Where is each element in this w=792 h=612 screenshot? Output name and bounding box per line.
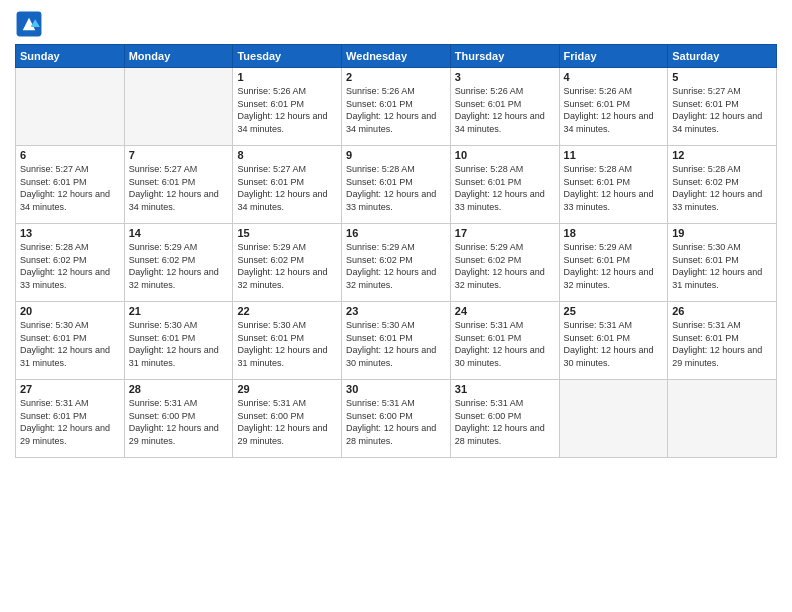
cell-info: Sunrise: 5:27 AM Sunset: 6:01 PM Dayligh… bbox=[20, 163, 120, 213]
sunrise-text: Sunrise: 5:27 AM bbox=[672, 85, 772, 98]
daylight-text: Daylight: 12 hours and 33 minutes. bbox=[564, 188, 664, 213]
cell-info: Sunrise: 5:31 AM Sunset: 6:00 PM Dayligh… bbox=[129, 397, 229, 447]
calendar-cell: 16 Sunrise: 5:29 AM Sunset: 6:02 PM Dayl… bbox=[342, 224, 451, 302]
sunrise-text: Sunrise: 5:30 AM bbox=[237, 319, 337, 332]
daylight-text: Daylight: 12 hours and 29 minutes. bbox=[129, 422, 229, 447]
day-number: 27 bbox=[20, 383, 120, 395]
sunrise-text: Sunrise: 5:31 AM bbox=[455, 397, 555, 410]
calendar-cell: 11 Sunrise: 5:28 AM Sunset: 6:01 PM Dayl… bbox=[559, 146, 668, 224]
daylight-text: Daylight: 12 hours and 34 minutes. bbox=[129, 188, 229, 213]
calendar-cell: 20 Sunrise: 5:30 AM Sunset: 6:01 PM Dayl… bbox=[16, 302, 125, 380]
cell-info: Sunrise: 5:29 AM Sunset: 6:01 PM Dayligh… bbox=[564, 241, 664, 291]
weekday-header-row: SundayMondayTuesdayWednesdayThursdayFrid… bbox=[16, 45, 777, 68]
calendar-page: SundayMondayTuesdayWednesdayThursdayFrid… bbox=[0, 0, 792, 612]
sunrise-text: Sunrise: 5:31 AM bbox=[455, 319, 555, 332]
sunset-text: Sunset: 6:00 PM bbox=[129, 410, 229, 423]
calendar-cell: 23 Sunrise: 5:30 AM Sunset: 6:01 PM Dayl… bbox=[342, 302, 451, 380]
daylight-text: Daylight: 12 hours and 34 minutes. bbox=[346, 110, 446, 135]
day-number: 2 bbox=[346, 71, 446, 83]
calendar-cell: 10 Sunrise: 5:28 AM Sunset: 6:01 PM Dayl… bbox=[450, 146, 559, 224]
sunset-text: Sunset: 6:01 PM bbox=[237, 98, 337, 111]
calendar-cell: 6 Sunrise: 5:27 AM Sunset: 6:01 PM Dayli… bbox=[16, 146, 125, 224]
sunrise-text: Sunrise: 5:27 AM bbox=[129, 163, 229, 176]
cell-info: Sunrise: 5:30 AM Sunset: 6:01 PM Dayligh… bbox=[237, 319, 337, 369]
sunset-text: Sunset: 6:02 PM bbox=[237, 254, 337, 267]
cell-info: Sunrise: 5:28 AM Sunset: 6:01 PM Dayligh… bbox=[564, 163, 664, 213]
sunset-text: Sunset: 6:01 PM bbox=[129, 176, 229, 189]
day-number: 16 bbox=[346, 227, 446, 239]
day-number: 1 bbox=[237, 71, 337, 83]
sunrise-text: Sunrise: 5:30 AM bbox=[346, 319, 446, 332]
calendar-cell: 30 Sunrise: 5:31 AM Sunset: 6:00 PM Dayl… bbox=[342, 380, 451, 458]
logo bbox=[15, 10, 47, 38]
day-number: 17 bbox=[455, 227, 555, 239]
sunrise-text: Sunrise: 5:28 AM bbox=[346, 163, 446, 176]
sunrise-text: Sunrise: 5:28 AM bbox=[672, 163, 772, 176]
sunrise-text: Sunrise: 5:27 AM bbox=[237, 163, 337, 176]
day-number: 28 bbox=[129, 383, 229, 395]
calendar-cell bbox=[16, 68, 125, 146]
daylight-text: Daylight: 12 hours and 34 minutes. bbox=[564, 110, 664, 135]
sunset-text: Sunset: 6:01 PM bbox=[564, 254, 664, 267]
day-number: 12 bbox=[672, 149, 772, 161]
sunset-text: Sunset: 6:01 PM bbox=[564, 176, 664, 189]
cell-info: Sunrise: 5:27 AM Sunset: 6:01 PM Dayligh… bbox=[129, 163, 229, 213]
daylight-text: Daylight: 12 hours and 34 minutes. bbox=[672, 110, 772, 135]
daylight-text: Daylight: 12 hours and 31 minutes. bbox=[237, 344, 337, 369]
calendar-cell: 18 Sunrise: 5:29 AM Sunset: 6:01 PM Dayl… bbox=[559, 224, 668, 302]
daylight-text: Daylight: 12 hours and 31 minutes. bbox=[672, 266, 772, 291]
sunrise-text: Sunrise: 5:29 AM bbox=[564, 241, 664, 254]
cell-info: Sunrise: 5:31 AM Sunset: 6:01 PM Dayligh… bbox=[672, 319, 772, 369]
sunrise-text: Sunrise: 5:28 AM bbox=[20, 241, 120, 254]
sunset-text: Sunset: 6:01 PM bbox=[455, 98, 555, 111]
cell-info: Sunrise: 5:31 AM Sunset: 6:00 PM Dayligh… bbox=[346, 397, 446, 447]
day-number: 4 bbox=[564, 71, 664, 83]
sunset-text: Sunset: 6:01 PM bbox=[237, 176, 337, 189]
calendar-cell: 28 Sunrise: 5:31 AM Sunset: 6:00 PM Dayl… bbox=[124, 380, 233, 458]
daylight-text: Daylight: 12 hours and 33 minutes. bbox=[672, 188, 772, 213]
sunrise-text: Sunrise: 5:29 AM bbox=[346, 241, 446, 254]
cell-info: Sunrise: 5:29 AM Sunset: 6:02 PM Dayligh… bbox=[455, 241, 555, 291]
calendar-cell: 19 Sunrise: 5:30 AM Sunset: 6:01 PM Dayl… bbox=[668, 224, 777, 302]
day-number: 7 bbox=[129, 149, 229, 161]
calendar-week-row: 13 Sunrise: 5:28 AM Sunset: 6:02 PM Dayl… bbox=[16, 224, 777, 302]
sunrise-text: Sunrise: 5:29 AM bbox=[129, 241, 229, 254]
sunset-text: Sunset: 6:01 PM bbox=[237, 332, 337, 345]
daylight-text: Daylight: 12 hours and 29 minutes. bbox=[237, 422, 337, 447]
daylight-text: Daylight: 12 hours and 29 minutes. bbox=[20, 422, 120, 447]
sunrise-text: Sunrise: 5:31 AM bbox=[237, 397, 337, 410]
sunset-text: Sunset: 6:00 PM bbox=[237, 410, 337, 423]
day-number: 25 bbox=[564, 305, 664, 317]
cell-info: Sunrise: 5:30 AM Sunset: 6:01 PM Dayligh… bbox=[672, 241, 772, 291]
sunset-text: Sunset: 6:01 PM bbox=[20, 332, 120, 345]
sunset-text: Sunset: 6:02 PM bbox=[129, 254, 229, 267]
day-number: 21 bbox=[129, 305, 229, 317]
calendar-week-row: 1 Sunrise: 5:26 AM Sunset: 6:01 PM Dayli… bbox=[16, 68, 777, 146]
calendar-cell: 9 Sunrise: 5:28 AM Sunset: 6:01 PM Dayli… bbox=[342, 146, 451, 224]
sunset-text: Sunset: 6:01 PM bbox=[672, 332, 772, 345]
weekday-header: Saturday bbox=[668, 45, 777, 68]
sunrise-text: Sunrise: 5:26 AM bbox=[346, 85, 446, 98]
daylight-text: Daylight: 12 hours and 29 minutes. bbox=[672, 344, 772, 369]
weekday-header: Friday bbox=[559, 45, 668, 68]
cell-info: Sunrise: 5:28 AM Sunset: 6:01 PM Dayligh… bbox=[346, 163, 446, 213]
sunrise-text: Sunrise: 5:30 AM bbox=[672, 241, 772, 254]
calendar-cell: 8 Sunrise: 5:27 AM Sunset: 6:01 PM Dayli… bbox=[233, 146, 342, 224]
weekday-header: Tuesday bbox=[233, 45, 342, 68]
sunrise-text: Sunrise: 5:31 AM bbox=[564, 319, 664, 332]
sunrise-text: Sunrise: 5:26 AM bbox=[564, 85, 664, 98]
daylight-text: Daylight: 12 hours and 28 minutes. bbox=[455, 422, 555, 447]
day-number: 30 bbox=[346, 383, 446, 395]
cell-info: Sunrise: 5:26 AM Sunset: 6:01 PM Dayligh… bbox=[455, 85, 555, 135]
calendar-cell bbox=[559, 380, 668, 458]
sunset-text: Sunset: 6:01 PM bbox=[20, 176, 120, 189]
weekday-header: Wednesday bbox=[342, 45, 451, 68]
weekday-header: Monday bbox=[124, 45, 233, 68]
cell-info: Sunrise: 5:31 AM Sunset: 6:01 PM Dayligh… bbox=[455, 319, 555, 369]
sunset-text: Sunset: 6:00 PM bbox=[455, 410, 555, 423]
daylight-text: Daylight: 12 hours and 32 minutes. bbox=[346, 266, 446, 291]
calendar-cell: 26 Sunrise: 5:31 AM Sunset: 6:01 PM Dayl… bbox=[668, 302, 777, 380]
calendar-cell: 25 Sunrise: 5:31 AM Sunset: 6:01 PM Dayl… bbox=[559, 302, 668, 380]
sunset-text: Sunset: 6:02 PM bbox=[20, 254, 120, 267]
cell-info: Sunrise: 5:26 AM Sunset: 6:01 PM Dayligh… bbox=[346, 85, 446, 135]
